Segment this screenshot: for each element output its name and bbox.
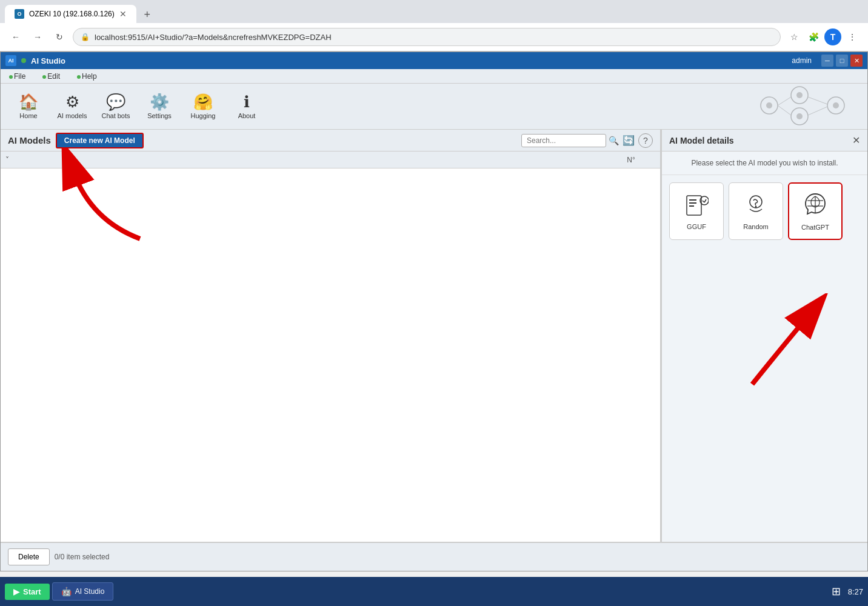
app-title: AI Studio bbox=[31, 56, 787, 65]
toolbar-settings[interactable]: ⚙️ Settings bbox=[139, 86, 180, 127]
toolbar-home[interactable]: 🏠 Home bbox=[8, 86, 49, 127]
random-label: Random bbox=[743, 223, 769, 230]
col-n-header: N° bbox=[607, 156, 655, 164]
svg-line-8 bbox=[778, 97, 791, 105]
close-tab-button[interactable]: ✕ bbox=[119, 9, 127, 19]
gguf-icon bbox=[684, 192, 709, 219]
minimize-button[interactable]: ─ bbox=[821, 55, 833, 67]
svg-point-20 bbox=[755, 206, 757, 208]
new-tab-button[interactable]: + bbox=[139, 6, 156, 23]
svg-point-7 bbox=[833, 102, 839, 108]
menu-help[interactable]: Help bbox=[73, 71, 101, 82]
start-button[interactable]: ▶ Start bbox=[5, 584, 50, 600]
svg-point-4 bbox=[791, 108, 808, 125]
chat-bots-icon: 💬 bbox=[106, 94, 125, 110]
details-close-button[interactable]: ✕ bbox=[852, 135, 860, 146]
lock-icon: 🔒 bbox=[81, 33, 90, 41]
search-button[interactable]: 🔍 bbox=[609, 136, 619, 145]
maximize-button[interactable]: □ bbox=[836, 55, 848, 67]
bookmark-button[interactable]: ☆ bbox=[786, 28, 803, 45]
delete-button[interactable]: Delete bbox=[8, 548, 50, 565]
toolbar-ai-models[interactable]: ⚙ AI models bbox=[52, 86, 93, 127]
col-name-header[interactable]: ˅ bbox=[5, 156, 607, 164]
details-title: AI Model details bbox=[669, 136, 852, 145]
forward-button[interactable]: → bbox=[29, 28, 46, 45]
svg-rect-16 bbox=[689, 199, 696, 201]
app-titlebar: AI AI Studio admin ─ □ ✕ bbox=[1, 52, 867, 69]
models-list bbox=[1, 168, 660, 542]
create-new-ai-model-button[interactable]: Create new AI Model bbox=[56, 133, 144, 148]
profile-button[interactable]: T bbox=[824, 28, 841, 45]
settings-icon: ⚙️ bbox=[150, 94, 169, 110]
status-bar: Delete 0/0 item selected bbox=[1, 542, 867, 571]
model-card-gguf[interactable]: GGUF bbox=[669, 182, 724, 240]
menu-edit[interactable]: Edit bbox=[39, 71, 64, 82]
about-icon: ℹ bbox=[244, 94, 250, 110]
close-button[interactable]: ✕ bbox=[850, 55, 863, 67]
details-subtitle: Please select the AI model you wish to i… bbox=[662, 152, 867, 175]
chatgpt-icon bbox=[803, 191, 828, 220]
help-button[interactable]: ? bbox=[638, 133, 653, 148]
details-header: AI Model details ✕ bbox=[662, 130, 867, 152]
toolbar-hugging[interactable]: 🤗 Hugging bbox=[182, 86, 224, 127]
taskbar-grid-icon: ⊞ bbox=[832, 585, 841, 598]
toolbar-chat-bots[interactable]: 💬 Chat bots bbox=[95, 86, 136, 127]
address-bar[interactable]: 🔒 localhost:9515/AI+Studio/?a=Models&ncr… bbox=[73, 28, 781, 46]
network-graphic bbox=[751, 86, 860, 127]
svg-point-1 bbox=[766, 102, 772, 108]
app-menubar: File Edit Help bbox=[1, 69, 867, 84]
model-card-random[interactable]: Random bbox=[729, 182, 783, 240]
app-icon: AI bbox=[5, 55, 16, 66]
tab-favicon: O bbox=[15, 9, 24, 19]
svg-point-6 bbox=[827, 97, 844, 114]
gguf-label: GGUF bbox=[687, 223, 706, 230]
toolbar-about[interactable]: ℹ About bbox=[226, 86, 267, 127]
model-card-chatgpt[interactable]: ChatGPT bbox=[788, 182, 843, 240]
svg-rect-18 bbox=[689, 205, 694, 207]
back-button[interactable]: ← bbox=[7, 28, 24, 45]
taskbar: ▶ Start 🤖 AI Studio ⊞ 8:27 bbox=[0, 577, 868, 606]
svg-line-15 bbox=[704, 199, 706, 202]
svg-line-11 bbox=[808, 107, 827, 115]
menu-button[interactable]: ⋮ bbox=[844, 28, 861, 45]
model-cards-container: GGUF Random bbox=[662, 175, 867, 247]
taskbar-app-icon: 🤖 bbox=[61, 587, 72, 596]
menu-file[interactable]: File bbox=[5, 71, 29, 82]
refresh-button[interactable]: 🔄 bbox=[621, 133, 636, 148]
url-text: localhost:9515/AI+Studio/?a=Models&ncref… bbox=[95, 33, 773, 42]
svg-point-0 bbox=[761, 97, 778, 114]
models-header: AI Models Create new AI Model 🔍 🔄 ? bbox=[1, 130, 660, 152]
taskbar-time: 8:27 bbox=[848, 587, 863, 596]
admin-label: admin bbox=[792, 56, 812, 65]
models-panel: AI Models Create new AI Model 🔍 🔄 ? ˅ N° bbox=[1, 130, 661, 542]
home-icon: 🏠 bbox=[19, 94, 38, 110]
status-dot bbox=[21, 58, 26, 63]
random-icon bbox=[744, 192, 768, 219]
models-title: AI Models bbox=[8, 135, 51, 145]
chatgpt-label: ChatGPT bbox=[801, 224, 829, 231]
details-panel: AI Model details ✕ Please select the AI … bbox=[661, 130, 867, 542]
browser-tab[interactable]: O OZEKI 10 (192.168.0.126) ✕ bbox=[5, 5, 136, 23]
ai-models-icon: ⚙ bbox=[65, 94, 79, 110]
svg-line-9 bbox=[778, 105, 791, 115]
search-input[interactable] bbox=[521, 134, 606, 147]
tab-title: OZEKI 10 (192.168.0.126) bbox=[29, 10, 115, 18]
app-toolbar: 🏠 Home ⚙ AI models 💬 Chat bots ⚙️ Settin… bbox=[1, 84, 867, 130]
svg-point-5 bbox=[796, 113, 803, 119]
status-text: 0/0 item selected bbox=[55, 553, 110, 561]
search-box: 🔍 🔄 ? bbox=[521, 133, 653, 148]
taskbar-app-button[interactable]: 🤖 AI Studio bbox=[52, 582, 114, 601]
svg-point-2 bbox=[791, 87, 808, 104]
hugging-icon: 🤗 bbox=[193, 94, 213, 110]
svg-rect-17 bbox=[689, 202, 696, 204]
svg-line-10 bbox=[808, 97, 827, 104]
start-icon: ▶ bbox=[13, 587, 19, 596]
extensions-button[interactable]: 🧩 bbox=[805, 28, 822, 45]
reload-button[interactable]: ↻ bbox=[51, 28, 68, 45]
table-header: ˅ N° bbox=[1, 152, 660, 168]
svg-point-3 bbox=[796, 92, 803, 98]
